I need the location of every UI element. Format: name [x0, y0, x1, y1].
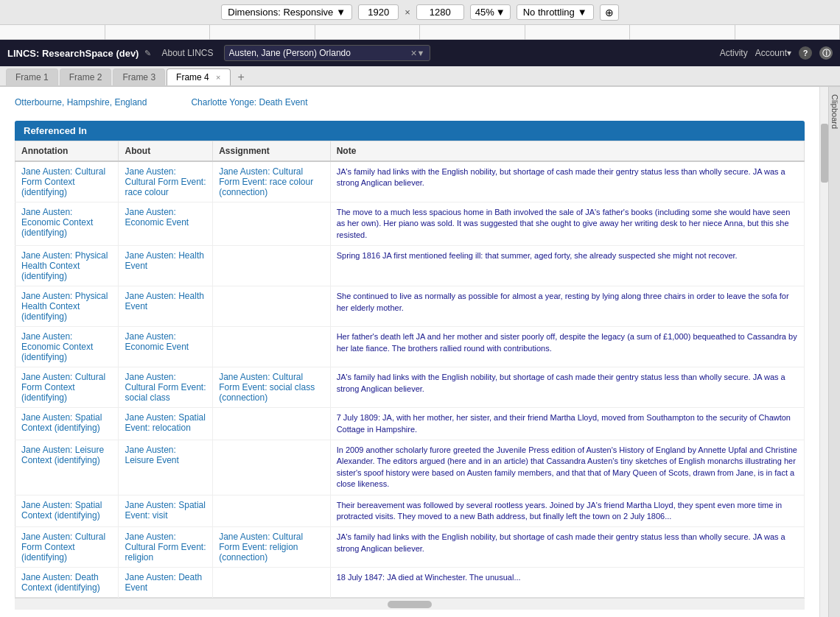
clipboard-sidebar[interactable]: Clipboard [828, 87, 840, 617]
cell-link-annotation[interactable]: Jane Austen: Economic Context (identifyi… [21, 207, 93, 238]
cell-link-annotation[interactable]: Jane Austen: Spatial Context (identifyin… [21, 500, 102, 521]
tab-frame4[interactable]: Frame 4 × [167, 68, 230, 85]
scrollbar-thumb [821, 124, 828, 183]
cell-note: The move to a much less spacious home in… [330, 202, 804, 246]
cell-note: She continued to live as normally as pos… [330, 286, 804, 327]
cell-note: 18 July 1847: JA died at Winchester. The… [330, 568, 804, 598]
search-dropdown-icon[interactable]: ▼ [417, 49, 425, 57]
cell-link-about[interactable]: Jane Austen: Spatial Event: relocation [125, 412, 205, 433]
cell-link-annotation[interactable]: Jane Austen: Spatial Context (identifyin… [21, 412, 102, 433]
cell-assignment [213, 327, 331, 367]
cell-link-about[interactable]: Jane Austen: Spatial Event: visit [125, 500, 205, 521]
referenced-in-header: Referenced In [15, 121, 805, 141]
cell-annotation: Jane Austen: Cultural Form Context (iden… [15, 367, 119, 408]
cell-link-about[interactable]: Jane Austen: Cultural Form Event: religi… [125, 532, 206, 563]
clear-search-button[interactable]: × [410, 47, 416, 59]
zoom-button[interactable]: 45% ▼ [470, 4, 511, 20]
cell-note: Her father's death left JA and her mothe… [330, 327, 804, 367]
top-toolbar: Dimensions: Responsive ▼ × 45% ▼ No thro… [0, 0, 840, 25]
table-row: Jane Austen: Cultural Form Context (iden… [15, 367, 805, 408]
tab-frame3[interactable]: Frame 3 [113, 68, 165, 85]
cell-note: In 2009 another scholarly furore greeted… [330, 440, 804, 495]
cell-link-about[interactable]: Jane Austen: Cultural Form Event: social… [125, 372, 206, 403]
cell-link-about[interactable]: Jane Austen: Cultural Form Event: race c… [125, 166, 206, 197]
table-row: Jane Austen: Physical Health Context (id… [15, 286, 805, 327]
table-row: Jane Austen: Leisure Context (identifyin… [15, 440, 805, 495]
ruler-segment [210, 25, 315, 40]
cell-annotation: Jane Austen: Leisure Context (identifyin… [15, 440, 119, 495]
dimensions-button[interactable]: Dimensions: Responsive ▼ [221, 4, 352, 20]
table-row: Jane Austen: Economic Context (identifyi… [15, 327, 805, 367]
table-row: Jane Austen: Cultural Form Context (iden… [15, 161, 805, 202]
cell-note: Their bereavement was followed by severa… [330, 495, 804, 527]
cell-link-annotation[interactable]: Jane Austen: Death Context (identifying) [21, 572, 100, 593]
nav-right: Activity Account▾ ? ⓘ [720, 46, 833, 60]
cell-assignment [213, 246, 331, 286]
cell-about: Jane Austen: Economic Event [119, 327, 213, 367]
cell-about: Jane Austen: Spatial Event: relocation [119, 408, 213, 440]
cell-link-about[interactable]: Jane Austen: Death Event [125, 572, 202, 593]
cell-link-annotation[interactable]: Jane Austen: Cultural Form Context (iden… [21, 166, 105, 197]
referenced-in-table: Annotation About Assignment Note Jane Au… [15, 141, 805, 598]
cell-link-annotation[interactable]: Jane Austen: Leisure Context (identifyin… [21, 445, 104, 465]
activity-button[interactable]: Activity [720, 48, 748, 58]
width-input[interactable] [358, 4, 399, 20]
edit-icon[interactable]: ✎ [144, 49, 151, 58]
cell-note: JA's family had links with the English n… [330, 527, 804, 568]
ruler-segment [0, 25, 105, 40]
bottom-scrollbar[interactable] [15, 598, 805, 610]
cell-link-assignment[interactable]: Jane Austen: Cultural Form Event: social… [219, 372, 315, 403]
zoom-arrow: ▼ [496, 7, 505, 18]
ruler-segment [630, 25, 735, 40]
cell-link-about[interactable]: Jane Austen: Health Event [125, 250, 203, 271]
main-content: Otterbourne, Hampshire, England Charlott… [0, 87, 840, 617]
about-button[interactable]: About LINCS [157, 46, 217, 60]
cross-icon: × [405, 7, 410, 18]
tab-frame4-label: Frame 4 [176, 72, 209, 82]
cell-about: Jane Austen: Cultural Form Event: social… [119, 367, 213, 408]
cell-annotation: Jane Austen: Cultural Form Context (iden… [15, 527, 119, 568]
cell-link-annotation[interactable]: Jane Austen: Cultural Form Context (iden… [21, 372, 105, 403]
cell-link-assignment[interactable]: Jane Austen: Cultural Form Event: religi… [219, 532, 303, 563]
tab-frame1[interactable]: Frame 1 [6, 68, 58, 85]
add-tab-button[interactable]: + [232, 69, 251, 85]
tab-frame2[interactable]: Frame 2 [60, 68, 112, 85]
throttle-button[interactable]: No throttling ▼ [517, 4, 594, 20]
cell-note: JA's family had links with the English n… [330, 161, 804, 202]
info-button[interactable]: ⓘ [819, 46, 833, 60]
account-button[interactable]: Account▾ [755, 48, 791, 58]
cell-link-annotation[interactable]: Jane Austen: Cultural Form Context (iden… [21, 532, 105, 563]
cell-link-about[interactable]: Jane Austen: Leisure Event [125, 445, 178, 465]
search-input[interactable] [229, 48, 411, 58]
cell-about: Jane Austen: Health Event [119, 246, 213, 286]
tab-frame1-label: Frame 1 [15, 72, 49, 82]
cell-assignment [213, 202, 331, 246]
ruler-segment [735, 25, 841, 40]
height-input[interactable] [416, 4, 464, 20]
close-tab-icon[interactable]: × [216, 73, 220, 82]
cell-assignment [213, 408, 331, 440]
cell-link-annotation[interactable]: Jane Austen: Physical Health Context (id… [21, 250, 108, 281]
table-row: Jane Austen: Cultural Form Context (iden… [15, 527, 805, 568]
cell-link-assignment[interactable]: Jane Austen: Cultural Form Event: race c… [219, 166, 313, 197]
help-button[interactable]: ? [799, 46, 812, 60]
cell-assignment [213, 440, 331, 495]
cell-about: Jane Austen: Death Event [119, 568, 213, 598]
location-link-1[interactable]: Otterbourne, Hampshire, England [15, 97, 147, 107]
cell-link-annotation[interactable]: Jane Austen: Economic Context (identifyi… [21, 331, 93, 362]
cell-link-about[interactable]: Jane Austen: Health Event [125, 291, 203, 311]
clipboard-label: Clipboard [830, 94, 839, 129]
cell-assignment: Jane Austen: Cultural Form Event: race c… [213, 161, 331, 202]
ruler-segment [315, 25, 421, 40]
cell-link-annotation[interactable]: Jane Austen: Physical Health Context (id… [21, 291, 108, 322]
location-link-2[interactable]: Charlotte Yonge: Death Event [191, 97, 307, 107]
cell-annotation: Jane Austen: Physical Health Context (id… [15, 286, 119, 327]
cell-note: Spring 1816 JA first mentioned feeling i… [330, 246, 804, 286]
cell-link-about[interactable]: Jane Austen: Economic Event [125, 207, 189, 228]
table-header-row: Annotation About Assignment Note [15, 141, 805, 162]
rotate-button[interactable]: ⊕ [600, 4, 619, 21]
ruler-segment [420, 25, 525, 40]
cell-link-about[interactable]: Jane Austen: Economic Event [125, 331, 189, 352]
right-scrollbar[interactable] [819, 87, 828, 617]
cell-about: Jane Austen: Spatial Event: visit [119, 495, 213, 527]
